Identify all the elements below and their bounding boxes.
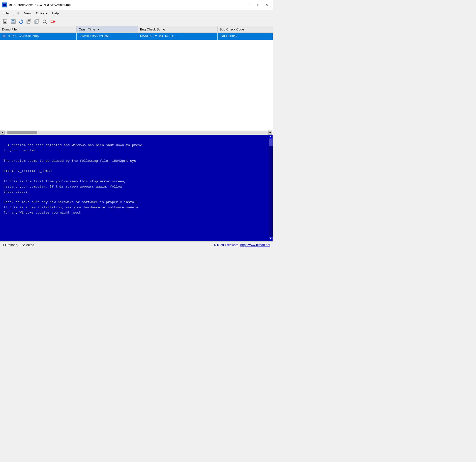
scroll-left-arrow[interactable]: ◀ bbox=[0, 131, 4, 135]
cell-dump-file: 050917-2203-01.dmp bbox=[0, 33, 77, 40]
col-crash-time[interactable]: Crash Time ▼ bbox=[77, 26, 138, 33]
status-nirsoft-label: NirSoft Freeware. bbox=[214, 243, 240, 247]
status-left: 1 Crashes, 1 Selected bbox=[2, 243, 214, 247]
svg-rect-18 bbox=[28, 21, 30, 22]
bsod-scroll-track[interactable] bbox=[269, 139, 273, 237]
maximize-button[interactable]: □ bbox=[254, 1, 262, 8]
close-button[interactable]: ✕ bbox=[263, 1, 271, 8]
bsod-panel: A problem has been detected and Windows … bbox=[0, 135, 273, 241]
svg-rect-8 bbox=[4, 22, 6, 22]
status-bar: 1 Crashes, 1 Selected NirSoft Freeware. … bbox=[0, 241, 273, 248]
bsod-scroll-up[interactable]: ▲ bbox=[269, 135, 273, 139]
svg-rect-11 bbox=[12, 20, 14, 21]
title-bar: BlueScreenView - C:\WINDOWS\Minidump — □… bbox=[0, 0, 273, 10]
toolbar-reload[interactable] bbox=[17, 18, 25, 25]
status-right: NirSoft Freeware. http://www.nirsoft.net bbox=[214, 243, 270, 247]
scroll-right-arrow[interactable]: ▶ bbox=[268, 131, 272, 135]
menu-file[interactable]: File bbox=[1, 10, 11, 16]
toolbar-copy[interactable] bbox=[25, 18, 33, 25]
bsod-scroll-thumb[interactable] bbox=[269, 139, 273, 146]
toolbar-find[interactable] bbox=[41, 18, 49, 25]
menu-options[interactable]: Options bbox=[33, 10, 50, 16]
svg-rect-12 bbox=[14, 20, 14, 21]
status-nirsoft-link[interactable]: http://www.nirsoft.net bbox=[240, 243, 270, 247]
toolbar: H bbox=[0, 17, 273, 26]
bsod-scroll-down[interactable]: ▼ bbox=[269, 237, 273, 241]
col-bug-check-string[interactable]: Bug Check String bbox=[138, 26, 217, 33]
bsod-text: A problem has been detected and Windows … bbox=[3, 143, 142, 215]
svg-line-24 bbox=[46, 23, 47, 24]
svg-marker-26 bbox=[54, 20, 56, 23]
menu-bar: File Edit View Options Help bbox=[0, 10, 273, 17]
svg-rect-1 bbox=[3, 4, 6, 6]
svg-rect-29 bbox=[3, 35, 5, 37]
menu-help[interactable]: Help bbox=[50, 10, 61, 16]
svg-rect-27 bbox=[51, 21, 53, 22]
col-bug-check-code[interactable]: Bug Check Code bbox=[218, 26, 273, 33]
col-dump-file[interactable]: Dump File bbox=[0, 26, 77, 33]
bsod-scrollbar[interactable]: ▲ ▼ bbox=[269, 135, 273, 241]
svg-rect-7 bbox=[4, 21, 6, 21]
svg-rect-17 bbox=[28, 20, 30, 21]
menu-view[interactable]: View bbox=[22, 10, 33, 16]
table-row[interactable]: 050917-2203-01.dmp 5/9/2017 3:22:39 PM M… bbox=[0, 33, 273, 40]
dump-table-container[interactable]: Dump File Crash Time ▼ Bug Check String … bbox=[0, 26, 273, 130]
dump-table: Dump File Crash Time ▼ Bug Check String … bbox=[0, 26, 273, 40]
svg-rect-13 bbox=[11, 22, 15, 23]
horizontal-scrollbar[interactable]: ◀ ▶ bbox=[0, 130, 273, 135]
cell-bug-check-string: MANUALLY_INITIATED_... bbox=[138, 33, 217, 40]
svg-text:H: H bbox=[36, 21, 37, 23]
sort-arrow-icon: ▼ bbox=[97, 28, 100, 31]
cell-crash-time: 5/9/2017 3:22:39 PM bbox=[77, 33, 138, 40]
window-title: BlueScreenView - C:\WINDOWS\Minidump bbox=[9, 3, 246, 7]
toolbar-go[interactable] bbox=[49, 18, 57, 25]
toolbar-save[interactable] bbox=[9, 18, 17, 25]
scroll-thumb[interactable] bbox=[7, 131, 37, 134]
svg-rect-19 bbox=[28, 22, 30, 22]
svg-rect-9 bbox=[4, 22, 6, 23]
svg-rect-3 bbox=[3, 7, 5, 7]
window-controls: — □ ✕ bbox=[246, 1, 271, 8]
svg-rect-6 bbox=[4, 20, 6, 20]
dump-file-icon bbox=[2, 34, 6, 38]
scroll-track[interactable] bbox=[4, 131, 268, 134]
svg-rect-2 bbox=[4, 6, 5, 7]
toolbar-new[interactable] bbox=[1, 18, 9, 25]
app-icon bbox=[2, 2, 7, 7]
cell-bug-check-code: 0x000000e2 bbox=[218, 33, 273, 40]
toolbar-copy2[interactable]: H bbox=[33, 18, 41, 25]
menu-edit[interactable]: Edit bbox=[11, 10, 22, 16]
minimize-button[interactable]: — bbox=[246, 1, 254, 8]
